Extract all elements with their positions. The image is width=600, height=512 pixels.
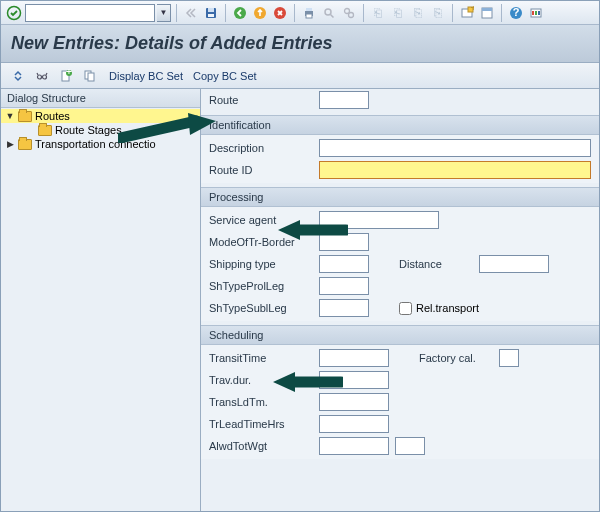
svg-rect-22: [535, 11, 537, 15]
cancel-icon[interactable]: [271, 4, 289, 22]
transit-label: TransitTime: [209, 352, 319, 364]
svg-rect-30: [88, 73, 94, 81]
rel-transport-checkbox-wrap: Rel.transport: [399, 302, 479, 315]
svg-rect-3: [208, 14, 214, 17]
display-bc-set-link[interactable]: Display BC Set: [109, 70, 183, 82]
find-next-icon[interactable]: [340, 4, 358, 22]
print-icon[interactable]: [300, 4, 318, 22]
route-input[interactable]: [319, 91, 369, 109]
mode-input[interactable]: [319, 233, 369, 251]
help-icon[interactable]: ?: [507, 4, 525, 22]
processing-group-header: Processing: [201, 187, 599, 207]
rel-transport-label: Rel.transport: [416, 302, 479, 314]
svg-rect-21: [532, 11, 534, 15]
svg-text:+: +: [471, 6, 475, 13]
tree-twisty-icon[interactable]: ▶: [5, 139, 15, 149]
factory-cal-label: Factory cal.: [419, 352, 499, 364]
copy-entry-icon[interactable]: [81, 67, 99, 85]
tree-label: Route Stages: [55, 124, 122, 136]
svg-point-4: [234, 7, 246, 19]
service-agent-label: Service agent: [209, 214, 319, 226]
mode-label: ModeOfTr-Border: [209, 236, 319, 248]
route-id-input[interactable]: [319, 161, 591, 179]
shtype-subl-input[interactable]: [319, 299, 369, 317]
description-input[interactable]: [319, 139, 591, 157]
identification-group-header: Identification: [201, 115, 599, 135]
svg-point-25: [43, 75, 47, 79]
distance-label: Distance: [399, 258, 479, 270]
command-field[interactable]: [25, 4, 155, 22]
back-icon[interactable]: [231, 4, 249, 22]
dialog-structure-panel: Dialog Structure ▼ Routes Route Stages ▶…: [1, 89, 201, 512]
title-bar: New Entries: Details of Added Entries: [1, 25, 599, 63]
svg-point-24: [38, 75, 42, 79]
svg-point-11: [345, 8, 350, 13]
exit-icon[interactable]: [251, 4, 269, 22]
svg-rect-9: [306, 14, 312, 18]
shtype-prol-input[interactable]: [319, 277, 369, 295]
expand-icon[interactable]: [9, 67, 27, 85]
translu-input[interactable]: [319, 393, 389, 411]
factory-cal-input[interactable]: [499, 349, 519, 367]
shipping-type-input[interactable]: [319, 255, 369, 273]
new-entry-icon[interactable]: +: [57, 67, 75, 85]
service-agent-input[interactable]: [319, 211, 439, 229]
back-double-icon[interactable]: [182, 4, 200, 22]
next-page-icon[interactable]: ⎘: [409, 4, 427, 22]
first-page-icon[interactable]: ⎗: [369, 4, 387, 22]
form-panel: Route Identification Description Route I…: [201, 89, 599, 512]
tree-node-transport[interactable]: ▶ Transportation connectio: [1, 137, 200, 151]
tree: ▼ Routes Route Stages ▶ Transportation c…: [1, 108, 200, 152]
trlead-label: TrLeadTimeHrs: [209, 418, 319, 430]
tree-node-route-stages[interactable]: Route Stages: [1, 123, 200, 137]
alwd-unit-input[interactable]: [395, 437, 425, 455]
folder-icon: [18, 139, 32, 150]
svg-rect-2: [208, 8, 214, 12]
glasses-icon[interactable]: [33, 67, 51, 85]
tree-label: Routes: [35, 110, 70, 122]
trlead-input[interactable]: [319, 415, 389, 433]
description-label: Description: [209, 142, 319, 154]
menubar: ▼ ⎗ ⎗ ⎘ ⎘ + ?: [1, 1, 599, 25]
trav-dur-input[interactable]: [319, 371, 389, 389]
tree-node-routes[interactable]: ▼ Routes: [1, 109, 200, 123]
layout-icon[interactable]: [478, 4, 496, 22]
route-id-label: Route ID: [209, 164, 319, 176]
svg-point-10: [325, 9, 331, 15]
transit-input[interactable]: [319, 349, 389, 367]
save-icon[interactable]: [202, 4, 220, 22]
tree-label: Transportation connectio: [35, 138, 156, 150]
svg-rect-8: [306, 8, 312, 11]
distance-input[interactable]: [479, 255, 549, 273]
svg-rect-23: [538, 11, 540, 15]
svg-text:+: +: [66, 69, 72, 77]
svg-point-12: [349, 12, 354, 17]
prev-page-icon[interactable]: ⎗: [389, 4, 407, 22]
tree-header: Dialog Structure: [1, 89, 200, 108]
route-label: Route: [209, 94, 319, 106]
new-session-icon[interactable]: +: [458, 4, 476, 22]
command-dropdown-icon[interactable]: ▼: [157, 4, 171, 22]
svg-text:?: ?: [513, 6, 520, 18]
trav-dur-label: Trav.dur.: [209, 374, 319, 386]
find-icon[interactable]: [320, 4, 338, 22]
customize-icon[interactable]: [527, 4, 545, 22]
tree-twisty-icon[interactable]: ▼: [5, 111, 15, 121]
rel-transport-checkbox[interactable]: [399, 302, 412, 315]
shtype-subl-label: ShTypeSublLeg: [209, 302, 319, 314]
page-title: New Entries: Details of Added Entries: [11, 33, 589, 54]
translu-label: TransLdTm.: [209, 396, 319, 408]
folder-icon: [18, 111, 32, 122]
shipping-type-label: Shipping type: [209, 258, 319, 270]
copy-bc-set-link[interactable]: Copy BC Set: [193, 70, 257, 82]
shtype-prol-label: ShTypeProlLeg: [209, 280, 319, 292]
svg-rect-17: [482, 8, 492, 11]
alwd-input[interactable]: [319, 437, 389, 455]
alwd-label: AlwdTotWgt: [209, 440, 319, 452]
ok-icon[interactable]: [5, 4, 23, 22]
last-page-icon[interactable]: ⎘: [429, 4, 447, 22]
folder-icon: [38, 125, 52, 136]
app-toolbar: + Display BC Set Copy BC Set: [1, 63, 599, 89]
scheduling-group-header: Scheduling: [201, 325, 599, 345]
